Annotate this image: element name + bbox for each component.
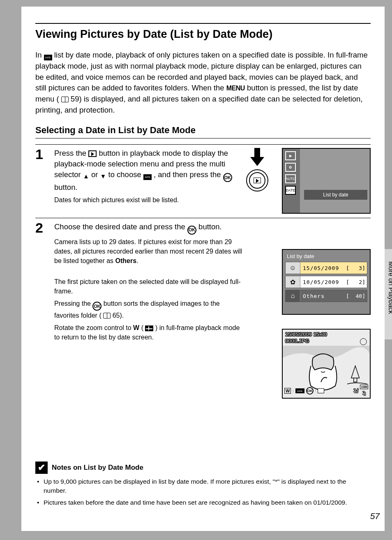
playback-icon	[88, 150, 97, 157]
book-icon	[103, 313, 111, 318]
notes-item: Up to 9,000 pictures can be displayed in…	[35, 477, 362, 495]
camera-button-outer	[246, 169, 268, 192]
step-2-sub1: Camera lists up to 29 dates. If pictures…	[54, 237, 242, 266]
camera-screen-datelist: List by date ☺ 15/05/2009 [ 3] ✿ 10/05/2…	[282, 249, 371, 315]
resolution-badge: 10M	[360, 385, 368, 389]
playback-icon	[254, 178, 261, 183]
datelist-date: 10/05/2009	[300, 279, 344, 285]
step-2-sub3: Pressing the OK button sorts the display…	[54, 299, 242, 321]
thumbnail-icon	[145, 325, 153, 331]
step-1: 1 Press the button in playback mode to d…	[35, 144, 371, 214]
datelist-thumb: ⌂	[286, 290, 300, 302]
photo-index: 3/	[353, 387, 359, 394]
menu-playback-icon: ▶	[285, 151, 296, 160]
photo-overlay-bottom: W : DATE OK : 3/ 10M 3	[284, 385, 368, 397]
datelist-row: ☺ 15/05/2009 [ 3]	[285, 262, 367, 274]
w-badge: W	[284, 388, 291, 394]
datelist-date: 15/05/2009	[300, 265, 344, 271]
ok-button-icon: OK	[306, 387, 314, 395]
datelist-row: ⌂ Others [ 40]	[285, 290, 367, 302]
datelist-thumb: ✿	[286, 276, 300, 288]
menu-date-icon: DATE	[285, 186, 296, 195]
page-number: 57	[370, 511, 380, 521]
step-1-instruction: Press the button in playback mode to dis…	[54, 148, 233, 193]
step-2-instruction: Choose the desired date and press the OK…	[54, 222, 242, 235]
step-number: 1	[35, 144, 54, 214]
date-icon: DATE	[143, 174, 152, 180]
step-body: Press the button in playback mode to dis…	[54, 144, 371, 214]
side-tab-label: More on Playback	[387, 261, 392, 314]
camera-screen-fullframe: 15/05/2009 15:30 0003.JPG W : DATE OK : …	[282, 329, 371, 399]
camera-menu-sidebar: ▶ ✿ AUTO DATE	[283, 149, 300, 213]
manual-page: More on Playback Viewing Pictures by Dat…	[21, 7, 385, 531]
button-diagram	[238, 148, 276, 205]
camera-screen-menu: ▶ ✿ AUTO DATE List by date	[282, 148, 371, 214]
notes-section: ✔ Notes on List by Date Mode Up to 9,000…	[35, 462, 362, 510]
intro-text: In	[35, 51, 44, 59]
triangle-down-icon	[100, 171, 106, 181]
ok-button-icon: OK	[92, 302, 101, 311]
datelist-thumb: ☺	[286, 262, 300, 274]
camera-menu-label: List by date	[304, 190, 367, 200]
datelist-count: [ 40]	[344, 293, 367, 299]
camera-button-inner	[249, 172, 265, 189]
check-badge-icon: ✔	[35, 462, 48, 474]
triangle-up-icon	[83, 171, 89, 181]
intro-text: 59) is displayed, and all pictures taken…	[35, 95, 363, 114]
menu-word: MENU	[226, 85, 245, 92]
datelist-count: [ 2]	[344, 279, 367, 285]
section-heading: Selecting a Date in List by Date Mode	[35, 125, 371, 138]
step-1-subtext: Dates for which pictures exist will be l…	[54, 195, 233, 205]
photo-overlay-info: 15/05/2009 15:30 0003.JPG	[285, 331, 327, 344]
ok-button-icon: OK	[187, 226, 196, 235]
notes-item: Pictures taken before the date and time …	[35, 498, 362, 507]
datelist-row: ✿ 10/05/2009 [ 2]	[285, 276, 367, 288]
notes-heading: ✔ Notes on List by Date Mode	[35, 462, 362, 474]
step-number: 2	[35, 218, 54, 342]
step-2-sub4: Rotate the zoom control to W ( ) in full…	[54, 323, 242, 342]
ok-button-icon: OK	[223, 173, 232, 182]
datelist-count: [ 3]	[344, 265, 367, 271]
menu-favorites-icon: ✿	[285, 163, 296, 172]
date-icon: DATE	[295, 388, 304, 393]
datelist-title: List by date	[287, 253, 367, 259]
favorites-icon	[318, 388, 324, 393]
step-2-sub2: The first picture taken on the selected …	[54, 277, 242, 296]
intro-paragraph: In DATE list by date mode, playback of o…	[35, 50, 371, 116]
arrow-down-icon	[250, 148, 264, 167]
date-icon: DATE	[44, 55, 52, 60]
book-icon	[61, 97, 69, 102]
page-title: Viewing Pictures by Date (List by Date M…	[35, 23, 371, 41]
menu-autosort-icon: AUTO	[285, 174, 296, 183]
photo-total: 3	[362, 390, 366, 397]
datelist-date: Others	[300, 293, 344, 299]
